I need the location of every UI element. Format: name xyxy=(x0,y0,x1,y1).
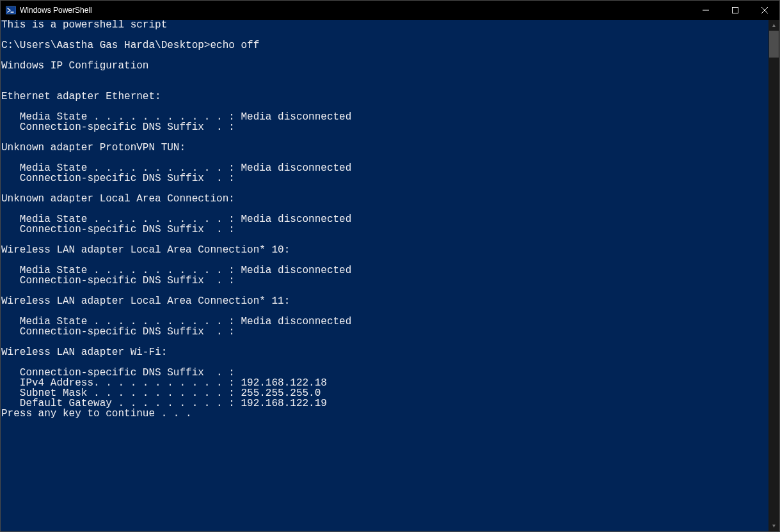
terminal-line: IPv4 Address. . . . . . . . . . . : 192.… xyxy=(1,378,768,388)
maximize-button[interactable] xyxy=(720,1,750,20)
terminal-line: Subnet Mask . . . . . . . . . . . : 255.… xyxy=(1,388,768,398)
terminal-line xyxy=(1,153,768,163)
terminal-line: Connection-specific DNS Suffix . : xyxy=(1,224,768,235)
terminal-line xyxy=(1,51,768,61)
terminal-line: Wireless LAN adapter Local Area Connecti… xyxy=(1,296,768,306)
terminal-line xyxy=(1,81,768,91)
maximize-icon xyxy=(732,7,738,13)
terminal-line: This is a powershell script xyxy=(1,20,768,30)
terminal-line xyxy=(1,255,768,265)
terminal-output[interactable]: This is a powershell scriptC:\Users\Aast… xyxy=(1,20,768,531)
terminal-line xyxy=(1,286,768,296)
terminal-line xyxy=(1,204,768,214)
terminal-line xyxy=(1,71,768,81)
terminal-line xyxy=(1,357,768,368)
terminal-line xyxy=(1,337,768,347)
terminal-line: Connection-specific DNS Suffix . : xyxy=(1,122,768,132)
client-area: This is a powershell scriptC:\Users\Aast… xyxy=(1,20,779,531)
terminal-line: Windows IP Configuration xyxy=(1,61,768,71)
terminal-line: Connection-specific DNS Suffix . : xyxy=(1,276,768,286)
scrollbar-thumb[interactable] xyxy=(769,31,779,58)
svg-rect-3 xyxy=(733,8,738,13)
svg-rect-0 xyxy=(6,6,16,14)
terminal-line: Press any key to continue . . . xyxy=(1,409,768,419)
terminal-line: Media State . . . . . . . . . . . : Medi… xyxy=(1,214,768,224)
terminal-line xyxy=(1,102,768,112)
terminal-line: Default Gateway . . . . . . . . . : 192.… xyxy=(1,398,768,409)
window-controls xyxy=(691,1,779,20)
terminal-line xyxy=(1,235,768,245)
terminal-line: Wireless LAN adapter Wi-Fi: xyxy=(1,347,768,357)
terminal-line: Unknown adapter ProtonVPN TUN: xyxy=(1,143,768,153)
terminal-line: Wireless LAN adapter Local Area Connecti… xyxy=(1,245,768,255)
terminal-line xyxy=(1,184,768,194)
powershell-window: Windows PowerShell This is a power xyxy=(0,0,780,532)
terminal-line: Unknown adapter Local Area Connection: xyxy=(1,194,768,204)
powershell-icon xyxy=(6,5,16,15)
terminal-line: C:\Users\Aastha Gas Harda\Desktop>echo o… xyxy=(1,40,768,51)
terminal-line: Media State . . . . . . . . . . . : Medi… xyxy=(1,163,768,173)
terminal-line xyxy=(1,132,768,143)
terminal-line: Connection-specific DNS Suffix . : xyxy=(1,368,768,378)
terminal-line xyxy=(1,30,768,40)
vertical-scrollbar[interactable]: ▲ ▼ xyxy=(768,20,779,531)
minimize-button[interactable] xyxy=(691,1,720,20)
window-title: Windows PowerShell xyxy=(20,6,92,15)
scroll-down-arrow-icon[interactable]: ▼ xyxy=(768,520,779,531)
terminal-line: Connection-specific DNS Suffix . : xyxy=(1,173,768,184)
terminal-line xyxy=(1,306,768,317)
terminal-line: Ethernet adapter Ethernet: xyxy=(1,91,768,102)
close-button[interactable] xyxy=(750,1,779,20)
terminal-line: Media State . . . . . . . . . . . : Medi… xyxy=(1,317,768,327)
scroll-up-arrow-icon[interactable]: ▲ xyxy=(768,20,779,31)
terminal-line: Media State . . . . . . . . . . . : Medi… xyxy=(1,265,768,276)
minimize-icon xyxy=(703,7,709,13)
close-icon xyxy=(761,7,768,13)
terminal-line: Media State . . . . . . . . . . . : Medi… xyxy=(1,112,768,122)
titlebar[interactable]: Windows PowerShell xyxy=(1,1,779,20)
terminal-line: Connection-specific DNS Suffix . : xyxy=(1,327,768,337)
